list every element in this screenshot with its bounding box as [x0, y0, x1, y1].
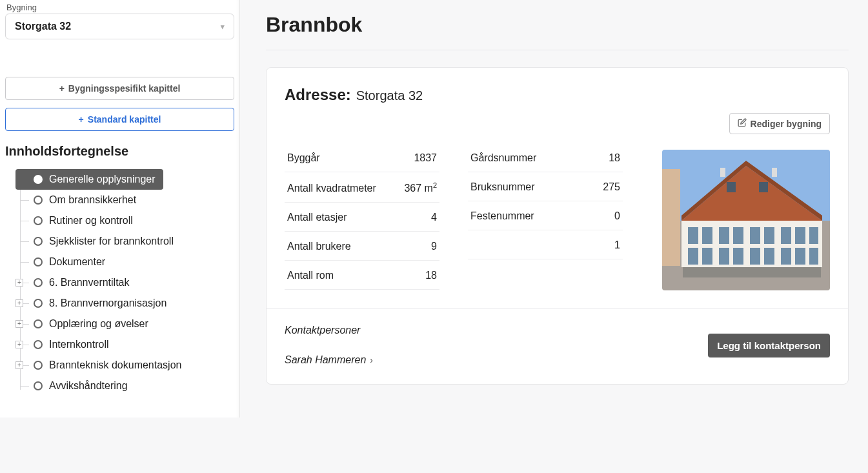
- main-content: Brannbok Adresse: Storgata 32 Rediger by…: [240, 0, 868, 473]
- add-standard-chapter-label: Standard kapittel: [88, 114, 161, 125]
- svg-rect-21: [764, 248, 774, 265]
- svg-rect-20: [750, 248, 760, 265]
- svg-rect-25: [727, 182, 736, 192]
- chevron-down-icon: ▾: [221, 23, 225, 31]
- svg-rect-27: [720, 168, 725, 177]
- svg-rect-10: [733, 227, 743, 244]
- property-value: 1837: [414, 152, 437, 164]
- toc-item[interactable]: +6. Brannverntiltak: [15, 272, 234, 293]
- add-contact-button[interactable]: Legg til kontaktperson: [708, 334, 830, 357]
- toc-tree: Generelle opplysningerOm brannsikkerhetR…: [5, 169, 234, 396]
- property-column-left: Byggår1837Antall kvadratmeter367 m2Antal…: [285, 150, 439, 290]
- property-value: 9: [431, 241, 437, 252]
- edit-building-button[interactable]: Rediger bygning: [729, 113, 830, 134]
- property-key: Festenummer: [470, 210, 534, 222]
- toc-item-label: Opplæring og øvelser: [49, 318, 148, 330]
- status-circle-icon: [34, 278, 43, 287]
- svg-rect-24: [809, 248, 818, 265]
- toc-item[interactable]: +Brannteknisk dokumentasjon: [15, 355, 234, 376]
- toc-item[interactable]: Sjekklister for brannkontroll: [15, 231, 234, 252]
- contact-name: Sarah Hammeren: [285, 354, 366, 366]
- svg-rect-9: [719, 227, 729, 244]
- toc-item[interactable]: Om brannsikkerhet: [15, 190, 234, 210]
- expand-icon[interactable]: +: [15, 299, 23, 307]
- address-row: Adresse: Storgata 32: [285, 86, 830, 104]
- plus-icon: +: [59, 84, 65, 93]
- property-value: 367 m2: [404, 181, 437, 194]
- property-row: Byggår1837: [285, 150, 439, 172]
- svg-rect-14: [795, 227, 805, 244]
- property-row: Festenummer0: [468, 201, 623, 230]
- edit-icon: [738, 118, 747, 129]
- svg-rect-23: [795, 248, 805, 265]
- toc-item-label: Sjekklister for brannkontroll: [49, 236, 174, 247]
- divider: [266, 50, 849, 50]
- svg-rect-26: [759, 182, 768, 192]
- plus-icon: +: [79, 115, 84, 124]
- status-circle-icon: [34, 175, 43, 184]
- status-circle-icon: [34, 381, 43, 390]
- property-key: Antall kvadratmeter: [287, 183, 376, 194]
- contacts-section: Kontaktpersoner Sarah Hammeren› Legg til…: [267, 309, 848, 384]
- toc-item[interactable]: Dokumenter: [15, 252, 234, 272]
- toc-item[interactable]: +Internkontroll: [15, 334, 234, 355]
- svg-rect-12: [764, 227, 774, 244]
- property-value: 4: [431, 212, 437, 223]
- add-building-chapter-label: Bygningsspesifikt kapittel: [68, 83, 180, 94]
- building-label: Bygning: [6, 3, 234, 12]
- property-value: 275: [603, 181, 620, 193]
- toc-item-label: 8. Brannvernorganisasjon: [49, 297, 167, 309]
- property-key: Antall etasjer: [287, 212, 347, 223]
- toc-title: Innholdsfortegnelse: [5, 144, 234, 159]
- property-value: 18: [425, 270, 437, 281]
- add-standard-chapter-button[interactable]: + Standard kapittel: [5, 108, 234, 131]
- svg-rect-11: [750, 227, 760, 244]
- svg-rect-16: [688, 248, 698, 265]
- address-value: Storgata 32: [356, 88, 423, 103]
- toc-item-label: Om brannsikkerhet: [49, 194, 136, 206]
- svg-rect-8: [702, 227, 712, 244]
- property-row: 1: [468, 230, 623, 259]
- toc-item-label: Avvikshåndtering: [49, 380, 128, 392]
- svg-rect-28: [772, 168, 777, 177]
- toc-item-label: Dokumenter: [49, 256, 105, 268]
- svg-rect-18: [719, 248, 729, 265]
- property-row: Antall brukere9: [285, 232, 439, 261]
- address-label: Adresse:: [285, 86, 351, 104]
- toc-item[interactable]: +8. Brannvernorganisasjon: [15, 293, 234, 314]
- property-value: 1: [614, 239, 620, 251]
- svg-rect-15: [809, 227, 818, 244]
- svg-rect-7: [688, 227, 698, 244]
- expand-icon[interactable]: +: [15, 341, 23, 348]
- expand-icon[interactable]: +: [15, 320, 23, 328]
- page-title: Brannbok: [266, 13, 849, 37]
- property-key: Byggår: [287, 152, 320, 164]
- expand-icon[interactable]: +: [15, 279, 23, 287]
- svg-rect-2: [662, 169, 680, 266]
- toc-item-label: Internkontroll: [49, 339, 109, 350]
- toc-item[interactable]: Generelle opplysninger: [15, 169, 163, 190]
- status-circle-icon: [34, 216, 43, 225]
- property-row: Bruksnummer275: [468, 172, 623, 201]
- building-select[interactable]: Storgata 32 ▾: [5, 14, 234, 39]
- toc-item[interactable]: +Opplæring og øvelser: [15, 314, 234, 334]
- building-photo: [662, 150, 830, 290]
- building-card: Adresse: Storgata 32 Rediger bygning Byg…: [266, 67, 849, 385]
- add-building-chapter-button[interactable]: + Bygningsspesifikt kapittel: [5, 77, 234, 100]
- property-column-right: Gårdsnummer18Bruksnummer275Festenummer01: [468, 150, 623, 290]
- status-circle-icon: [34, 299, 43, 308]
- property-row: Antall etasjer4: [285, 203, 439, 232]
- sidebar: Bygning Storgata 32 ▾ + Bygningsspesifik…: [0, 0, 240, 418]
- toc-item[interactable]: Rutiner og kontroll: [15, 210, 234, 231]
- expand-icon[interactable]: +: [15, 361, 23, 369]
- toc-item-label: Brannteknisk dokumentasjon: [49, 359, 181, 371]
- toc-item-label: Rutiner og kontroll: [49, 215, 133, 226]
- svg-rect-6: [683, 267, 821, 277]
- property-row: Antall kvadratmeter367 m2: [285, 172, 439, 203]
- edit-building-label: Rediger bygning: [751, 119, 822, 129]
- toc-item[interactable]: Avvikshåndtering: [15, 376, 234, 396]
- property-row: Gårdsnummer18: [468, 150, 623, 172]
- property-row: Antall rom18: [285, 261, 439, 290]
- property-key: Antall brukere: [287, 241, 351, 252]
- status-circle-icon: [34, 340, 43, 349]
